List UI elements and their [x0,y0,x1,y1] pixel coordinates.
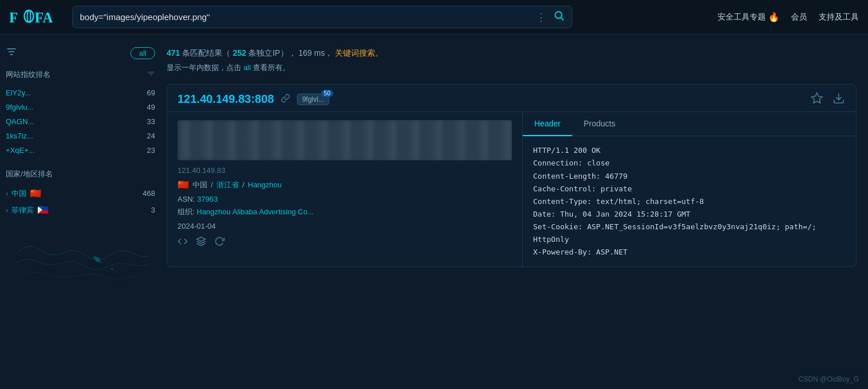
code-icon[interactable] [178,236,188,249]
results-ips-unit: 条独立IP）， [248,48,296,57]
svg-marker-13 [812,93,822,103]
navbar: F FA ⋮ 安全工具专题 🔥 会员 支持及工具 [0,0,868,34]
location-separator2: / [242,180,245,189]
link-icon [281,94,290,105]
result-ms: 169 ms， [299,48,335,57]
country-title: 国家/地区排名 [6,169,155,179]
sidebar: all 网站指纹排名 ElY2y... 69 9fglvlu... 49 [6,46,155,378]
arrow-icon-1: › [6,206,8,214]
fingerprint-list: ElY2y... 69 9fglvlu... 49 QAGN... 33 1ks… [6,86,155,157]
logo: F FA [9,7,55,28]
results-header-actions [811,92,845,107]
dots-icon[interactable]: ⋮ [536,11,546,24]
results-note: 显示一年内数据，点击 all 查看所有。 [167,63,290,72]
sidebar-filter-row: all [6,46,155,60]
all-badge[interactable]: all [130,47,155,59]
watermark: CSDN @OidBoy_G [798,375,859,383]
result-right-panel: Header Products HTTP/1.1 200 OK Connecti… [523,112,856,267]
refresh-icon[interactable] [214,236,225,249]
tag-badge[interactable]: 9fglvl... 50 [297,94,329,105]
tabs-row: Header Products [523,112,856,136]
security-tools-label: 安全工具专题 [717,12,766,22]
main-content: all 网站指纹排名 ElY2y... 69 9fglvlu... 49 [0,34,868,389]
result-ip[interactable]: 121.40.149.83:808 [178,93,274,106]
svg-text:F: F [9,9,18,25]
filter-icon[interactable] [6,46,17,60]
svg-point-2 [27,10,30,22]
country-section: 国家/地区排名 › 中国 🇨🇳 468 › 菲律宾 🇵🇭 3 [6,169,155,218]
asn-link[interactable]: 37963 [197,195,218,203]
search-bar: ⋮ [72,6,572,28]
arrow-icon-0: › [6,190,8,198]
tab-header[interactable]: Header [523,112,572,136]
member-link[interactable]: 会员 [791,12,807,22]
fingerprint-section: 网站指纹排名 ElY2y... 69 9fglvlu... 49 QAGN. [6,70,155,157]
location-city[interactable]: Hangzhou [248,180,281,189]
cn-flag-result: 🇨🇳 [178,179,189,190]
result-ips: 252 [233,48,246,57]
world-map [6,230,155,287]
org-link[interactable]: Hangzhou Alibaba Advertising Co... [196,207,314,216]
result-location: 🇨🇳 中国 / 浙江省 / Hangzhou [178,179,512,190]
result-sub-ip: 121.40.149.83 [178,166,512,175]
svg-point-10 [93,256,97,259]
header-text: HTTP/1.1 200 OK Connection: close Conten… [533,144,846,259]
results-area: 471 条匹配结果（ 252 条独立IP）， 169 ms， 关键词搜索。 显示… [167,46,857,378]
result-count: 471 [167,48,180,57]
all-results-link[interactable]: all [244,63,253,72]
svg-text:FA: FA [35,9,53,25]
svg-point-11 [99,261,102,263]
results-unit: 条匹配结果（ [182,48,230,57]
download-icon[interactable] [832,92,845,107]
results-summary: 471 条匹配结果（ 252 条独立IP）， 169 ms， 关键词搜索。 显示… [167,46,857,75]
fingerprint-item-2[interactable]: QAGN... 33 [6,114,155,129]
result-screenshot [178,120,512,160]
country-item-0[interactable]: › 中国 🇨🇳 468 [6,185,155,202]
keyword-search-link[interactable]: 关键词搜索。 [335,48,383,57]
result-card: 121.40.149.83:808 9fglvl... 50 [167,84,857,267]
result-date: 2024-01-04 [178,222,512,230]
fingerprint-title: 网站指纹排名 [6,70,155,80]
nav-links: 安全工具专题 🔥 会员 支持及工具 [717,11,859,22]
cube-icon[interactable] [196,236,206,249]
svg-line-5 [561,18,564,21]
tag-count: 50 [321,90,333,97]
sort-icon[interactable] [147,70,155,80]
location-separator1: / [211,180,213,189]
tab-products[interactable]: Products [572,112,627,136]
fire-icon: 🔥 [768,11,780,22]
star-icon[interactable] [811,92,823,107]
svg-point-1 [24,10,33,22]
fingerprint-item-3[interactable]: 1ks7iz... 24 [6,129,155,143]
result-card-body: 121.40.149.83 🇨🇳 中国 / 浙江省 / Hangzhou ASN… [167,111,856,267]
screenshot-blur [178,120,512,160]
support-tools-link[interactable]: 支持及工具 [819,12,859,22]
cn-flag: 🇨🇳 [30,188,41,199]
location-country: 中国 [192,180,207,190]
location-province[interactable]: 浙江省 [217,180,239,190]
result-left-panel: 121.40.149.83 🇨🇳 中国 / 浙江省 / Hangzhou ASN… [167,112,523,267]
svg-point-12 [111,268,113,270]
svg-point-4 [555,11,562,18]
result-asn: ASN: 37963 [178,195,512,203]
search-icon[interactable] [553,10,565,24]
result-org: 组织: Hangzhou Alibaba Advertising Co... [178,207,512,217]
fingerprint-item-1[interactable]: 9fglvlu... 49 [6,100,155,114]
country-item-1[interactable]: › 菲律宾 🇵🇭 3 [6,202,155,218]
fingerprint-item-4[interactable]: +XqE+... 23 [6,143,155,157]
header-tab-content: HTTP/1.1 200 OK Connection: close Conten… [523,136,856,267]
result-card-header: 121.40.149.83:808 9fglvl... 50 [167,84,856,111]
ph-flag: 🇵🇭 [37,205,49,215]
search-input[interactable] [80,12,536,22]
fingerprint-item-0[interactable]: ElY2y... 69 [6,86,155,100]
security-tools-link[interactable]: 安全工具专题 🔥 [717,11,780,22]
result-action-icons [178,236,512,249]
